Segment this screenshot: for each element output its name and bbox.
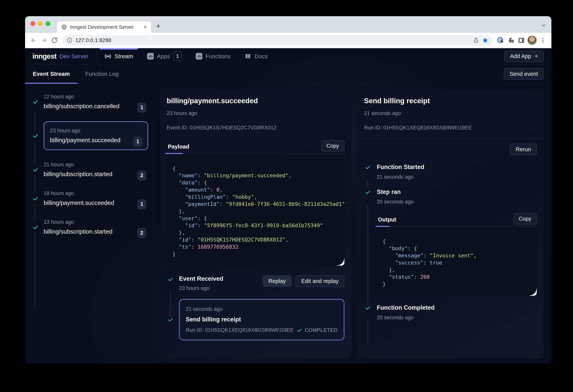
run-status-badge: COMPLETED: [297, 327, 338, 333]
dev-server-label: Dev Server: [60, 53, 89, 60]
close-window-button[interactable]: [31, 21, 35, 26]
timeline-connector: [170, 290, 171, 321]
timeline-step-time: 21 seconds ago: [377, 174, 424, 180]
tab-search-chevron-icon[interactable]: [541, 23, 546, 28]
event-name: billing/payment.succeeded: [44, 199, 147, 206]
nav-item-functions[interactable]: <> Functions: [189, 48, 237, 64]
timeline-step: Function Started 21 seconds ago: [364, 164, 537, 180]
event-count-badge: 1: [137, 199, 146, 209]
send-event-button[interactable]: Send event: [504, 68, 544, 80]
edit-and-replay-button[interactable]: Edit and replay: [296, 275, 344, 287]
back-icon[interactable]: [29, 36, 38, 45]
url-text[interactable]: 127.0.0.1:8288: [75, 37, 470, 43]
event-received-title: Event Received: [179, 275, 258, 282]
event-name: billing/subscription.started: [44, 228, 147, 235]
list-item[interactable]: 13 hours ago billing/subscription.starte…: [32, 218, 147, 236]
run-id: Run ID: 01H5SQK1XEQ816X8GSB9WEG9EE: [186, 327, 293, 333]
new-tab-button[interactable]: +: [156, 22, 161, 31]
code-brackets-icon: <>: [196, 53, 202, 60]
rerun-button[interactable]: Rerun: [510, 143, 537, 155]
copy-payload-button[interactable]: Copy: [321, 140, 344, 151]
site-info-icon[interactable]: [66, 37, 72, 43]
run-detail-panel: Send billing receipt 21 seconds ago Run …: [357, 89, 544, 358]
event-id: Event ID: 01H5SQK1S7HDESQ2C7VD8RX01Z: [167, 125, 344, 131]
code-brackets-icon: <>: [147, 53, 154, 60]
apps-count-badge: 1: [173, 52, 182, 61]
profile-avatar[interactable]: [527, 36, 537, 45]
check-icon: [167, 317, 174, 322]
bookmark-star-icon[interactable]: [482, 37, 488, 44]
browser-menu-kebab-icon[interactable]: [539, 36, 547, 45]
tab-event-stream-label: Event Stream: [33, 71, 70, 77]
event-list: 12 hours ago billing/subscription.cancel…: [25, 84, 154, 363]
replay-button[interactable]: Replay: [263, 275, 291, 287]
tab-close-icon[interactable]: ×: [143, 24, 147, 30]
event-name: billing/subscription.started: [44, 171, 147, 178]
payload-tab[interactable]: Payload: [167, 140, 190, 154]
side-panel-icon[interactable]: [517, 36, 526, 45]
share-icon[interactable]: [473, 37, 479, 44]
event-time: 21 hours ago: [44, 162, 147, 168]
nav-item-stream[interactable]: Stream: [97, 48, 140, 64]
check-icon: [32, 96, 39, 107]
tab-function-log-label: Function Log: [85, 71, 119, 77]
output-tab[interactable]: Output: [377, 213, 397, 227]
run-card-selected[interactable]: 21 seconds ago Send billing receipt Run …: [179, 299, 344, 340]
event-count-badge: 2: [137, 228, 146, 238]
plus-icon: +: [535, 53, 538, 59]
output-code[interactable]: { "body": { "message": "Invoice sent", "…: [377, 227, 537, 296]
url-bar[interactable]: 127.0.0.1:8288: [63, 35, 492, 46]
send-event-label: Send event: [510, 71, 538, 77]
reload-icon[interactable]: [50, 36, 59, 45]
check-icon: [32, 164, 39, 175]
event-time: 12 hours ago: [44, 94, 147, 100]
check-icon: [167, 275, 174, 282]
nav-item-docs[interactable]: Docs: [237, 48, 274, 64]
add-app-label: Add App: [510, 53, 531, 59]
copy-output-button[interactable]: Copy: [513, 213, 537, 224]
page-fold-icon: [529, 288, 537, 296]
browser-tab-strip: Inngest Development Server × +: [25, 16, 551, 33]
brand: inngest Dev Server: [25, 48, 97, 64]
list-item[interactable]: 18 hours ago billing/payment.succeeded 1: [32, 189, 147, 208]
timeline-step-label: Function Completed: [377, 304, 435, 311]
app-top-nav: inngest Dev Server Stream: [25, 48, 551, 64]
payload-code[interactable]: { "name": "billing/payment.succeeded", "…: [167, 154, 344, 266]
browser-window: Inngest Development Server × +: [25, 16, 551, 363]
list-item[interactable]: 21 hours ago billing/subscription.starte…: [32, 160, 147, 179]
nav-items: Stream <> Apps 1 <> Functions: [97, 48, 275, 64]
event-count-badge: 1: [133, 137, 142, 147]
event-detail-time: 23 hours ago: [167, 110, 344, 116]
tab-event-stream[interactable]: Event Stream: [25, 64, 78, 83]
divider: [357, 139, 544, 139]
minimize-window-button[interactable]: [38, 21, 43, 26]
password-manager-extension-icon[interactable]: [496, 36, 505, 45]
nav-item-apps[interactable]: <> Apps 1: [140, 48, 188, 64]
forward-icon[interactable]: [40, 36, 48, 45]
event-time: 18 hours ago: [44, 190, 147, 196]
check-icon: [32, 130, 39, 141]
event-detail-panel: billing/payment.succeeded 23 hours ago E…: [160, 89, 351, 358]
check-icon: [364, 304, 372, 321]
event-count-badge: 2: [137, 171, 146, 180]
add-app-button[interactable]: Add App +: [504, 51, 544, 62]
event-detail-title: billing/payment.succeeded: [167, 97, 344, 105]
run-detail-time: 21 seconds ago: [364, 110, 537, 116]
nav-label-docs: Docs: [254, 53, 268, 60]
globe-favicon-icon: [61, 24, 67, 30]
list-item-selected[interactable]: 23 hours ago billing/payment.succeeded 1: [32, 121, 147, 150]
browser-tab[interactable]: Inngest Development Server ×: [57, 21, 151, 33]
timeline-step: Function Completed 20 seconds ago: [364, 304, 537, 321]
event-name: billing/payment.succeeded: [50, 137, 142, 144]
timeline-step-time: 20 seconds ago: [377, 315, 435, 321]
extensions-puzzle-icon[interactable]: [507, 36, 515, 45]
browser-toolbar: 127.0.0.1:8288: [25, 33, 551, 48]
list-item[interactable]: 12 hours ago billing/subscription.cancel…: [32, 93, 147, 111]
timeline-step-time: 20 seconds ago: [377, 199, 414, 205]
book-icon: [244, 53, 251, 60]
window-controls[interactable]: [31, 21, 50, 26]
nav-label-stream: Stream: [115, 53, 133, 60]
zoom-window-button[interactable]: [46, 21, 50, 26]
tab-function-log[interactable]: Function Log: [78, 64, 126, 83]
timeline-step-label: Function Started: [377, 164, 424, 171]
